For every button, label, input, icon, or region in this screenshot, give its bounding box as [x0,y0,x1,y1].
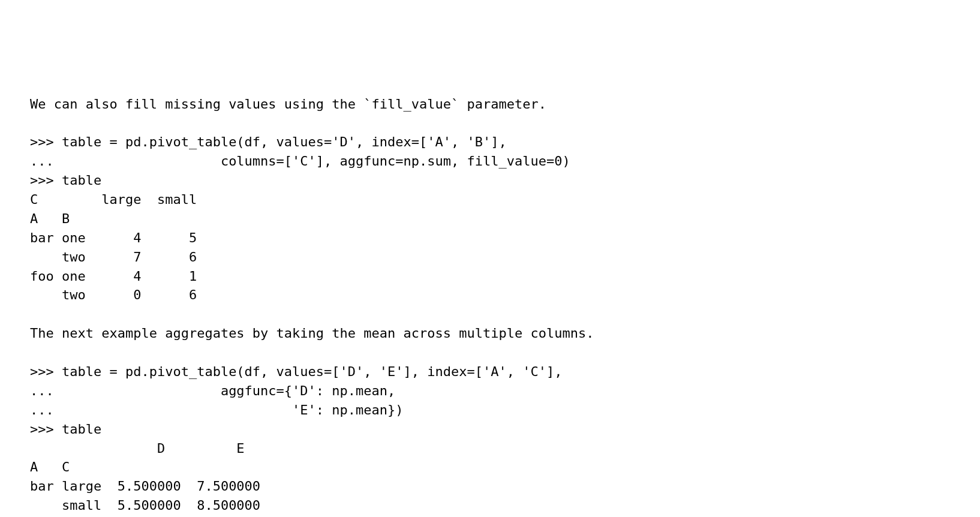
docstring-line: We can also fill missing values using th… [30,97,546,112]
docstring-line: ... 'E': np.mean}) [30,402,404,417]
docstring-line: ... columns=['C'], aggfunc=np.sum, fill_… [30,154,570,169]
docstring-line: C large small [30,192,197,207]
docstring-line: >>> table [30,422,101,437]
docstring-line: A B [30,211,70,226]
docstring-line: two 7 6 [30,250,197,264]
docstring-line: small 5.500000 8.500000 [30,498,260,513]
docstring-line: >>> table = pd.pivot_table(df, values=['… [30,364,562,379]
docstring-line: two 0 6 [30,287,197,302]
docstring-line: bar large 5.500000 7.500000 [30,479,260,494]
docstring-line: bar one 4 5 [30,230,197,245]
docstring-line: >>> table = pd.pivot_table(df, values='D… [30,134,507,149]
docstring-line: foo one 4 1 [30,269,197,284]
docstring-line: >>> table [30,173,101,188]
docstring-content: We can also fill missing values using th… [30,95,950,517]
docstring-line: D E [30,441,245,456]
docstring-line: The next example aggregates by taking th… [30,326,594,341]
docstring-line: ... aggfunc={'D': np.mean, [30,383,395,398]
docstring-line: A C [30,459,70,474]
